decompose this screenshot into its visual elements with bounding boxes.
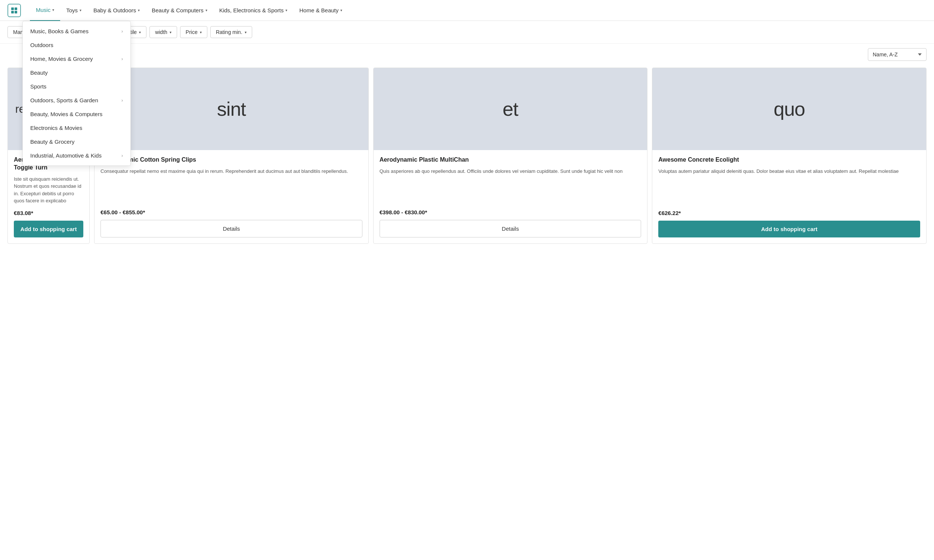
nav-item-beauty-computers[interactable]: Beauty & Computers ▾ <box>146 0 213 21</box>
chevron-down-icon: ▾ <box>285 8 287 12</box>
details-button-0[interactable]: Details <box>100 220 362 237</box>
chevron-down-icon: ▾ <box>205 8 207 12</box>
rating-filter[interactable]: Rating min. ▾ <box>210 26 252 38</box>
chevron-down-icon: ▾ <box>200 30 202 34</box>
chevron-down-icon: ▾ <box>245 30 247 34</box>
product-price-0: €65.00 - €855.00* <box>100 209 362 215</box>
product-image-0: sint <box>94 68 368 150</box>
chevron-down-icon: ▾ <box>80 8 82 12</box>
product-info-2: Awesome Concrete Ecolight Voluptas autem… <box>652 150 926 243</box>
product-price-1: €398.00 - €830.00* <box>379 209 641 215</box>
nav-item-music[interactable]: Music ▾ <box>30 0 60 21</box>
svg-rect-0 <box>11 8 14 10</box>
product-price: €83.08* <box>14 210 83 216</box>
add-to-cart-button-2[interactable]: Add to shopping cart <box>658 221 920 237</box>
nav-item-baby-outdoors[interactable]: Baby & Outdoors ▾ <box>88 0 146 21</box>
chevron-down-icon: ▾ <box>52 8 54 12</box>
product-card-1: et Aerodynamic Plastic MultiChan Quis as… <box>373 68 648 244</box>
dropdown-item-outdoors[interactable]: Outdoors <box>23 38 130 52</box>
product-image-2: quo <box>652 68 926 150</box>
dropdown-item-industrial-automotive-kids[interactable]: Industrial, Automotive & Kids › <box>23 149 130 162</box>
arrow-right-icon: › <box>122 29 123 34</box>
svg-rect-2 <box>11 11 14 14</box>
arrow-right-icon: › <box>122 56 123 62</box>
product-image-1: et <box>374 68 647 150</box>
product-card-2: quo Awesome Concrete Ecolight Voluptas a… <box>652 68 926 244</box>
dropdown-item-beauty-grocery[interactable]: Beauty & Grocery <box>23 135 130 149</box>
chevron-down-icon: ▾ <box>170 30 171 34</box>
product-info-1: Aerodynamic Plastic MultiChan Quis asper… <box>374 150 647 243</box>
arrow-right-icon: › <box>122 98 123 103</box>
logo[interactable] <box>8 4 21 17</box>
nav-item-toys[interactable]: Toys ▾ <box>60 0 88 21</box>
add-to-cart-button[interactable]: Add to shopping cart <box>14 221 83 237</box>
product-row: reprehenderit Aerodynamic Copper Toggle … <box>0 65 934 254</box>
dropdown-menu: Music, Books & Games › Outdoors Home, Mo… <box>22 21 131 166</box>
nav-item-kids-electronics-sports[interactable]: Kids, Electronics & Sports ▾ <box>213 0 294 21</box>
dropdown-item-music-books-games[interactable]: Music, Books & Games › <box>23 24 130 38</box>
chevron-down-icon: ▾ <box>138 8 140 12</box>
product-card-0: sint Aerodynamic Cotton Spring Clips Con… <box>94 68 369 244</box>
svg-rect-3 <box>15 11 17 14</box>
dropdown-item-sports[interactable]: Sports <box>23 80 130 93</box>
product-cards-grid: sint Aerodynamic Cotton Spring Clips Con… <box>92 65 929 246</box>
chevron-down-icon: ▾ <box>139 30 141 34</box>
sort-select[interactable]: Name, A-Z Name, Z-A Price, low to high P… <box>868 48 926 61</box>
dropdown-item-beauty-movies-computers[interactable]: Beauty, Movies & Computers <box>23 107 130 121</box>
product-name-0: Aerodynamic Cotton Spring Clips <box>100 156 362 164</box>
width-filter[interactable]: width ▾ <box>150 26 177 38</box>
svg-rect-1 <box>15 8 17 10</box>
product-name-1: Aerodynamic Plastic MultiChan <box>379 156 641 164</box>
top-navigation: Music ▾ Toys ▾ Baby & Outdoors ▾ Beauty … <box>0 0 934 21</box>
product-desc-1: Quis asperiores ab quo repellendus aut. … <box>379 168 641 204</box>
dropdown-item-outdoors-sports-garden[interactable]: Outdoors, Sports & Garden › <box>23 93 130 107</box>
product-desc-2: Voluptas autem pariatur aliquid deleniti… <box>658 168 920 205</box>
chevron-down-icon: ▾ <box>341 8 342 12</box>
product-price-2: €626.22* <box>658 210 920 216</box>
product-info-0: Aerodynamic Cotton Spring Clips Consequa… <box>94 150 368 243</box>
filter-bar: Manufacturer ▾ length ▾ size ▾ textile ▾… <box>0 21 934 44</box>
dropdown-item-electronics-movies[interactable]: Electronics & Movies <box>23 121 130 135</box>
product-desc: Iste sit quisquam reiciendis ut. Nostrum… <box>14 175 83 205</box>
content-header: Name, A-Z Name, Z-A Price, low to high P… <box>0 44 934 65</box>
nav-item-home-beauty[interactable]: Home & Beauty ▾ <box>293 0 348 21</box>
dropdown-item-home-movies-grocery[interactable]: Home, Movies & Grocery › <box>23 52 130 66</box>
details-button-1[interactable]: Details <box>379 220 641 237</box>
product-name-2: Awesome Concrete Ecolight <box>658 156 920 164</box>
price-filter[interactable]: Price ▾ <box>180 26 207 38</box>
product-desc-0: Consequatur repellat nemo est maxime qui… <box>100 168 362 204</box>
dropdown-item-beauty[interactable]: Beauty <box>23 66 130 80</box>
arrow-right-icon: › <box>122 153 123 158</box>
